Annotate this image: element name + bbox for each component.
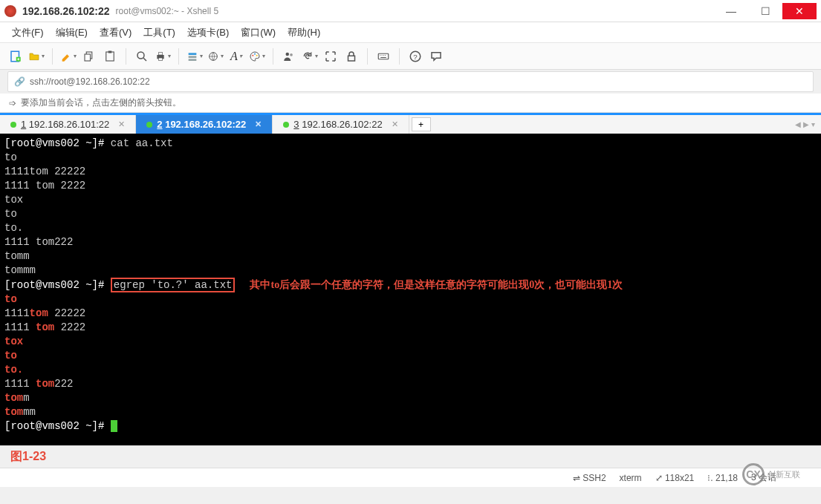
app-icon [4,5,16,17]
watermark-text: 创新互联 [768,470,800,479]
menu-view[interactable]: 查看(V) [97,24,134,41]
status-cursor-pos: ⁝. 21,18 [707,473,738,483]
svg-rect-9 [158,58,162,60]
close-button[interactable]: ✕ [782,3,817,19]
status-dot-icon [146,122,152,128]
window-titlebar: 192.168.26.102:22 root@vms002:~ - Xshell… [0,0,821,22]
paste-icon[interactable] [102,48,118,65]
keyboard-icon[interactable] [375,48,392,65]
menu-file[interactable]: 文件(F) [9,24,47,41]
properties-icon[interactable] [186,48,203,65]
hint-bar: ➩ 要添加当前会话，点击左侧的箭头按钮。 [0,94,821,113]
help-icon[interactable]: ? [407,48,424,65]
menu-window[interactable]: 窗口(W) [238,24,279,41]
svg-point-15 [254,53,256,54]
svg-rect-12 [189,59,197,61]
status-bar: ⇌ SSH2 xterm ⤢ 118x21 ⁝. 21,18 3 会话 [0,468,821,487]
comment-icon[interactable] [428,48,444,65]
status-termtype: xterm [620,473,642,483]
tab-session-2[interactable]: 2 192.168.26.102:22 ✕ [136,115,273,134]
svg-rect-5 [108,50,112,53]
tab-session-3[interactable]: 3 192.168.26.102:22 ✕ [273,115,409,134]
svg-rect-20 [378,53,389,59]
session-tabbar: 1 192.168.26.101:22 ✕ 2 192.168.26.102:2… [0,113,821,134]
lock-icon[interactable] [343,48,360,65]
close-icon[interactable]: ✕ [118,120,125,129]
menu-bar: 文件(F) 编辑(E) 查看(V) 工具(T) 选项卡(B) 窗口(W) 帮助(… [0,22,821,43]
svg-rect-11 [189,56,197,58]
globe-icon[interactable] [207,48,224,65]
minimize-button[interactable]: — [714,3,748,19]
tab-session-1[interactable]: 1 192.168.26.101:22 ✕ [0,115,136,134]
menu-help[interactable]: 帮助(H) [285,24,323,41]
tab-nav[interactable]: ◀ ▶ ▾ [789,115,821,134]
menu-edit[interactable]: 编辑(E) [53,24,91,41]
close-icon[interactable]: ✕ [255,120,262,129]
watermark-logo: CX [742,463,765,485]
figure-label: 图1-23 [0,445,821,468]
svg-rect-3 [85,54,91,61]
svg-point-6 [137,52,144,59]
svg-point-18 [290,53,293,56]
address-bar[interactable]: 🔗 ssh://root@192.168.26.102:22 [7,71,814,92]
highlight-icon[interactable] [60,48,77,65]
menu-tools[interactable]: 工具(T) [140,24,178,41]
new-file-icon[interactable] [7,48,24,65]
search-icon[interactable] [134,48,150,65]
terminal[interactable]: [root@vms002 ~]# cat aa.txtto1111tom 222… [0,134,821,445]
palette-icon[interactable] [249,48,265,65]
folder-icon[interactable] [28,48,45,65]
font-icon[interactable]: A [228,48,244,65]
toolbar: A ? [0,43,821,70]
address-url: ssh://root@192.168.26.102:22 [30,76,150,87]
status-dot-icon [283,122,289,128]
status-dot-icon [10,122,16,128]
status-protocol: ⇌ SSH2 [573,473,606,483]
svg-rect-19 [348,56,355,61]
svg-rect-10 [189,53,197,55]
fullscreen-icon[interactable] [322,48,339,65]
title-subtitle: root@vms002:~ - Xshell 5 [116,6,219,16]
copy-icon[interactable] [81,48,97,65]
svg-rect-8 [158,52,162,54]
print-icon[interactable] [155,48,171,65]
svg-point-14 [252,54,253,56]
refresh-icon[interactable] [302,48,318,65]
hint-text: 要添加当前会话，点击左侧的箭头按钮。 [21,96,181,109]
title-host: 192.168.26.102:22 [22,5,110,17]
close-icon[interactable]: ✕ [392,120,398,129]
svg-text:?: ? [413,52,418,60]
menu-tabs[interactable]: 选项卡(B) [184,24,232,41]
svg-point-16 [256,54,258,56]
arrow-icon[interactable]: ➩ [9,98,16,108]
svg-rect-4 [106,52,114,61]
svg-point-17 [286,52,290,56]
link-icon: 🔗 [14,76,25,87]
status-size: ⤢ 118x21 [655,473,695,483]
users-icon[interactable] [281,48,297,65]
watermark: CX 创新互联 [742,461,817,488]
add-tab-button[interactable]: + [412,117,431,131]
maximize-button[interactable]: ☐ [748,3,782,19]
